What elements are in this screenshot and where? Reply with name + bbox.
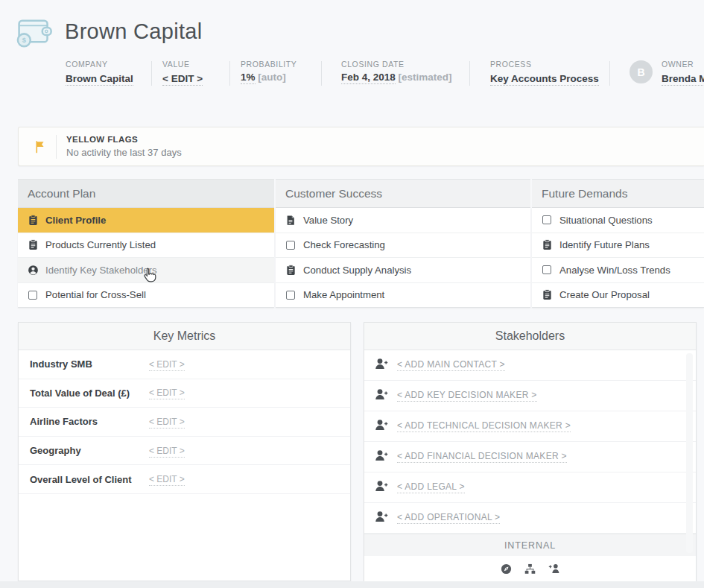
checklist-item-value-story[interactable]: Value Story bbox=[276, 208, 530, 233]
metric-edit-link[interactable]: < EDIT > bbox=[149, 417, 185, 427]
checklist-item-products-currently-listed[interactable]: Products Currently Listed bbox=[18, 233, 274, 259]
checklist-item-label: Potential for Cross-Sell bbox=[45, 289, 146, 300]
divider bbox=[609, 61, 610, 86]
checklist-item-make-appointment[interactable]: Make Appointment bbox=[276, 283, 530, 309]
checklist-item-label: Identify Key Stakeholders bbox=[45, 265, 157, 276]
closing-date-value[interactable]: Feb 4, 2018 bbox=[341, 72, 396, 84]
stakeholder-row-operational: < ADD OPERATIONAL > bbox=[364, 503, 696, 534]
metric-label: Total Value of Deal (£) bbox=[30, 388, 149, 399]
add-person-icon bbox=[375, 449, 390, 464]
add-person-icon bbox=[375, 419, 390, 434]
add-person-icon bbox=[375, 358, 390, 373]
probability-suffix: [auto] bbox=[258, 72, 286, 83]
compass-icon[interactable] bbox=[501, 563, 512, 575]
divider bbox=[56, 135, 57, 159]
value-label: VALUE bbox=[162, 60, 203, 69]
svg-text:$: $ bbox=[22, 37, 27, 44]
add-financial-decision-maker-link[interactable]: < ADD FINANCIAL DECISION MAKER > bbox=[397, 451, 567, 463]
owner-label: OWNER bbox=[662, 60, 704, 69]
checkbox-icon[interactable] bbox=[285, 291, 296, 300]
internal-section-header: INTERNAL bbox=[364, 534, 696, 556]
column-header-future-demands[interactable]: Future Demands bbox=[532, 179, 704, 208]
add-main-contact-link[interactable]: < ADD MAIN CONTACT > bbox=[397, 359, 505, 371]
clipboard-icon bbox=[541, 289, 553, 300]
checklist-item-label: Value Story bbox=[303, 215, 353, 226]
add-person-icon bbox=[375, 388, 390, 403]
add-technical-decision-maker-link[interactable]: < ADD TECHNICAL DECISION MAKER > bbox=[397, 420, 571, 432]
add-legal-link[interactable]: < ADD LEGAL > bbox=[397, 481, 465, 493]
metric-label: Airline Factors bbox=[30, 416, 149, 427]
checklist-item-potential-for-cross-sell[interactable]: Potential for Cross-Sell bbox=[18, 283, 274, 309]
checklist-item-identify-key-stakeholders[interactable]: Identify Key Stakeholders bbox=[18, 258, 274, 283]
column-header-account-plan[interactable]: Account Plan bbox=[18, 179, 274, 208]
key-metrics-title: Key Metrics bbox=[19, 323, 350, 350]
metric-edit-link[interactable]: < EDIT > bbox=[149, 388, 185, 398]
metric-row-overall-level: Overall Level of Client < EDIT > bbox=[19, 465, 350, 494]
add-person-icon[interactable] bbox=[548, 563, 560, 574]
owner-value[interactable]: Brenda M bbox=[662, 73, 704, 86]
closing-date-suffix: [estimated] bbox=[399, 72, 452, 83]
checklist-item-label: Conduct Supply Analysis bbox=[303, 265, 411, 276]
clipboard-icon bbox=[27, 239, 39, 250]
stakeholder-row-key-decision-maker: < ADD KEY DECISION MAKER > bbox=[364, 381, 696, 411]
metric-row-total-value: Total Value of Deal (£) < EDIT > bbox=[19, 379, 350, 408]
flag-icon bbox=[34, 139, 48, 157]
field-probability: PROBABILITY 1% [auto] bbox=[241, 60, 296, 83]
checklist-item-label: Situational Questions bbox=[559, 215, 653, 226]
stakeholders-footer bbox=[364, 556, 696, 581]
document-icon bbox=[285, 215, 296, 226]
checkbox-icon[interactable] bbox=[541, 265, 553, 274]
probability-label: PROBABILITY bbox=[241, 60, 296, 69]
add-person-icon bbox=[375, 480, 390, 495]
checklist-item-identify-future-plans[interactable]: Identify Future Plans bbox=[532, 233, 704, 259]
checklist-item-label: Make Appointment bbox=[303, 289, 384, 300]
owner-avatar: B bbox=[630, 60, 653, 83]
value-edit[interactable]: < EDIT > bbox=[162, 73, 203, 86]
wallet-icon: $ bbox=[13, 11, 54, 54]
checklist-item-label: Products Currently Listed bbox=[45, 239, 156, 250]
column-header-customer-success[interactable]: Customer Success bbox=[276, 179, 530, 208]
metric-edit-link[interactable]: < EDIT > bbox=[149, 474, 185, 484]
checklist-item-check-forecasting[interactable]: Check Forecasting bbox=[276, 233, 530, 259]
clipboard-icon bbox=[27, 215, 39, 226]
checkbox-icon[interactable] bbox=[541, 215, 553, 224]
org-chart-icon[interactable] bbox=[524, 563, 536, 575]
metric-row-industry: Industry SMB < EDIT > bbox=[19, 350, 350, 379]
stakeholders-panel: Stakeholders < ADD MAIN CONTACT > < ADD … bbox=[364, 322, 697, 581]
column-customer-success: Value Story Check Forecasting Conduct Su… bbox=[276, 208, 530, 308]
checklist-item-situational-questions[interactable]: Situational Questions bbox=[532, 208, 704, 233]
field-closing-date: CLOSING DATE Feb 4, 2018 [estimated] bbox=[341, 60, 452, 83]
page-title: Brown Capital bbox=[65, 19, 202, 44]
scrollbar-track[interactable] bbox=[686, 353, 693, 553]
stakeholder-row-financial-decision-maker: < ADD FINANCIAL DECISION MAKER > bbox=[364, 442, 696, 472]
person-circle-icon bbox=[27, 265, 39, 276]
add-operational-link[interactable]: < ADD OPERATIONAL > bbox=[397, 512, 500, 524]
add-key-decision-maker-link[interactable]: < ADD KEY DECISION MAKER > bbox=[397, 390, 537, 402]
process-value[interactable]: Key Accounts Process bbox=[490, 73, 599, 86]
column-future-demands: Situational Questions Identify Future Pl… bbox=[532, 208, 704, 308]
clipboard-icon bbox=[541, 239, 553, 250]
metric-label: Overall Level of Client bbox=[30, 474, 149, 485]
field-process: PROCESS Key Accounts Process bbox=[490, 60, 599, 86]
probability-value[interactable]: 1% bbox=[241, 72, 256, 84]
metric-edit-link[interactable]: < EDIT > bbox=[149, 359, 185, 370]
company-value[interactable]: Brown Capital bbox=[66, 73, 133, 86]
field-company: COMPANY Brown Capital bbox=[66, 60, 133, 86]
yellow-flags-banner: YELLOW FLAGS No activity the last 37 day… bbox=[18, 127, 704, 166]
checklist-item-analyse-win-loss-trends[interactable]: Analyse Win/Loss Trends bbox=[532, 258, 704, 283]
stakeholder-row-legal: < ADD LEGAL > bbox=[364, 472, 696, 503]
checkbox-icon[interactable] bbox=[285, 241, 296, 250]
metric-row-geography: Geography < EDIT > bbox=[19, 437, 350, 466]
checklist-item-client-profile[interactable]: Client Profile bbox=[18, 208, 274, 233]
checklist-item-label: Client Profile bbox=[45, 215, 106, 226]
checklist-item-label: Check Forecasting bbox=[303, 239, 385, 250]
field-value: VALUE < EDIT > bbox=[162, 60, 203, 86]
checklist-item-conduct-supply-analysis[interactable]: Conduct Supply Analysis bbox=[276, 258, 530, 283]
checkbox-icon[interactable] bbox=[27, 291, 39, 300]
stakeholders-title: Stakeholders bbox=[364, 323, 696, 350]
banner-message: No activity the last 37 days bbox=[66, 147, 182, 158]
company-label: COMPANY bbox=[66, 60, 133, 69]
checklist-item-create-our-proposal[interactable]: Create Our Proposal bbox=[532, 283, 704, 309]
banner-title: YELLOW FLAGS bbox=[66, 135, 138, 144]
metric-edit-link[interactable]: < EDIT > bbox=[149, 446, 185, 456]
